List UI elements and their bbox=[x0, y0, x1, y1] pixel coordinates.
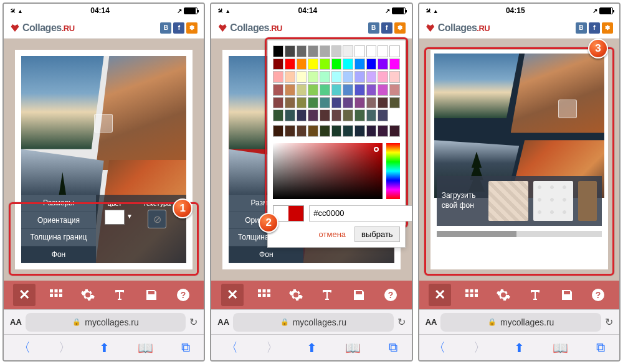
color-swatch[interactable] bbox=[331, 125, 342, 137]
color-swatch[interactable] bbox=[343, 97, 353, 109]
ok-icon[interactable]: ✽ bbox=[186, 22, 197, 34]
color-swatch[interactable] bbox=[366, 71, 377, 83]
texture-thumb[interactable] bbox=[578, 181, 597, 221]
color-swatch[interactable] bbox=[389, 45, 400, 57]
address-bar[interactable]: 🔒mycollages.ru bbox=[26, 313, 186, 332]
text-button[interactable] bbox=[108, 284, 131, 306]
reload-icon[interactable]: ↻ bbox=[189, 316, 197, 328]
color-swatch[interactable] bbox=[378, 84, 388, 96]
color-swatch[interactable] bbox=[331, 84, 342, 96]
fb-icon[interactable]: f bbox=[173, 22, 184, 34]
color-swatch[interactable] bbox=[354, 71, 365, 83]
color-swatch[interactable] bbox=[378, 71, 388, 83]
hue-slider[interactable] bbox=[386, 143, 400, 199]
color-swatch[interactable] bbox=[308, 125, 318, 137]
color-swatch[interactable] bbox=[320, 45, 330, 57]
menu-orientation[interactable]: Ориентация bbox=[21, 212, 96, 230]
color-swatch[interactable] bbox=[354, 110, 365, 121]
color-swatch[interactable] bbox=[320, 97, 330, 109]
color-swatch[interactable] bbox=[297, 58, 307, 70]
color-swatch[interactable] bbox=[285, 84, 295, 96]
color-swatch[interactable] bbox=[331, 71, 342, 83]
color-swatch[interactable] bbox=[273, 71, 283, 83]
color-swatch[interactable] bbox=[273, 110, 283, 121]
color-swatch[interactable] bbox=[378, 110, 388, 121]
edit-handle-icon[interactable] bbox=[94, 114, 113, 133]
color-swatch[interactable] bbox=[389, 97, 400, 109]
color-swatch[interactable] bbox=[354, 45, 365, 57]
color-swatch[interactable] bbox=[308, 110, 318, 121]
help-button[interactable]: ? bbox=[172, 284, 194, 306]
color-swatch[interactable] bbox=[297, 125, 307, 137]
hex-input[interactable] bbox=[309, 205, 412, 222]
color-swatch[interactable] bbox=[343, 58, 353, 70]
color-swatch[interactable] bbox=[285, 110, 295, 121]
texture-thumb[interactable] bbox=[488, 181, 528, 221]
color-swatch[interactable] bbox=[320, 110, 330, 121]
vk-icon[interactable]: B bbox=[160, 22, 171, 34]
color-swatch[interactable] bbox=[354, 58, 365, 70]
color-swatch[interactable] bbox=[343, 125, 353, 137]
color-swatch[interactable] bbox=[343, 45, 353, 57]
color-swatch[interactable] bbox=[285, 45, 295, 57]
settings-button[interactable] bbox=[77, 284, 99, 306]
color-swatch[interactable] bbox=[389, 125, 400, 137]
grid-button[interactable] bbox=[45, 284, 67, 306]
scrollbar-thumb[interactable] bbox=[437, 231, 516, 237]
color-swatch[interactable] bbox=[366, 84, 377, 96]
color-swatch[interactable] bbox=[273, 45, 283, 57]
color-swatch[interactable] bbox=[366, 125, 377, 137]
upload-bg-button[interactable]: Загрузить свой фон bbox=[442, 191, 483, 210]
color-swatch[interactable] bbox=[366, 45, 377, 57]
color-swatch[interactable] bbox=[297, 110, 307, 121]
color-swatch[interactable] bbox=[354, 84, 365, 96]
color-swatch[interactable] bbox=[308, 97, 318, 109]
color-swatch[interactable] bbox=[273, 58, 283, 70]
color-swatch[interactable] bbox=[308, 71, 318, 83]
color-swatch[interactable] bbox=[331, 58, 342, 70]
color-swatch[interactable] bbox=[297, 71, 307, 83]
color-swatch[interactable] bbox=[331, 110, 342, 121]
menu-background[interactable]: Фон bbox=[21, 246, 96, 264]
color-swatch[interactable] bbox=[297, 97, 307, 109]
color-swatch[interactable] bbox=[343, 110, 353, 121]
color-swatch[interactable] bbox=[320, 58, 330, 70]
logo[interactable]: Collages.RU bbox=[10, 22, 75, 34]
color-swatch[interactable] bbox=[378, 97, 388, 109]
color-swatch[interactable] bbox=[354, 125, 365, 137]
texture-thumb[interactable] bbox=[533, 181, 573, 221]
color-swatch[interactable] bbox=[343, 71, 353, 83]
color-swatch[interactable] bbox=[389, 84, 400, 96]
color-swatch[interactable] bbox=[285, 58, 295, 70]
saturation-box[interactable] bbox=[273, 143, 382, 199]
collage-canvas[interactable]: Размеры Ориентация Толщина границ Фон цв… bbox=[15, 50, 193, 269]
color-swatch[interactable] bbox=[331, 97, 342, 109]
close-button[interactable]: ✕ bbox=[13, 284, 36, 306]
color-swatch[interactable] bbox=[354, 97, 365, 109]
color-swatch[interactable] bbox=[273, 97, 283, 109]
color-swatch[interactable] bbox=[285, 97, 295, 109]
color-swatch[interactable] bbox=[285, 125, 295, 137]
text-size-button[interactable]: AA bbox=[10, 317, 22, 327]
color-swatch[interactable] bbox=[297, 84, 307, 96]
tabs-button[interactable]: ⧉ bbox=[181, 340, 190, 355]
save-button[interactable] bbox=[140, 284, 163, 306]
choose-button[interactable]: выбрать bbox=[354, 226, 400, 242]
color-swatch[interactable] bbox=[343, 84, 353, 96]
color-swatch[interactable] bbox=[378, 125, 388, 137]
color-swatch[interactable] bbox=[331, 45, 342, 57]
menu-sizes[interactable]: Размеры bbox=[21, 195, 96, 212]
color-swatch[interactable] bbox=[320, 71, 330, 83]
color-swatch[interactable] bbox=[320, 84, 330, 96]
edit-handle-icon[interactable] bbox=[558, 100, 577, 118]
color-swatch[interactable] bbox=[308, 84, 318, 96]
share-button[interactable]: ⬆︎ bbox=[99, 340, 110, 355]
logo[interactable]: Collages.RU bbox=[217, 22, 282, 34]
color-swatch[interactable] bbox=[366, 110, 377, 121]
color-swatch[interactable] bbox=[389, 71, 400, 83]
color-swatch[interactable] bbox=[378, 45, 388, 57]
color-swatch[interactable] bbox=[285, 71, 295, 83]
color-swatch[interactable] bbox=[366, 58, 377, 70]
color-swatch[interactable] bbox=[389, 58, 400, 70]
color-swatch[interactable] bbox=[366, 97, 377, 109]
